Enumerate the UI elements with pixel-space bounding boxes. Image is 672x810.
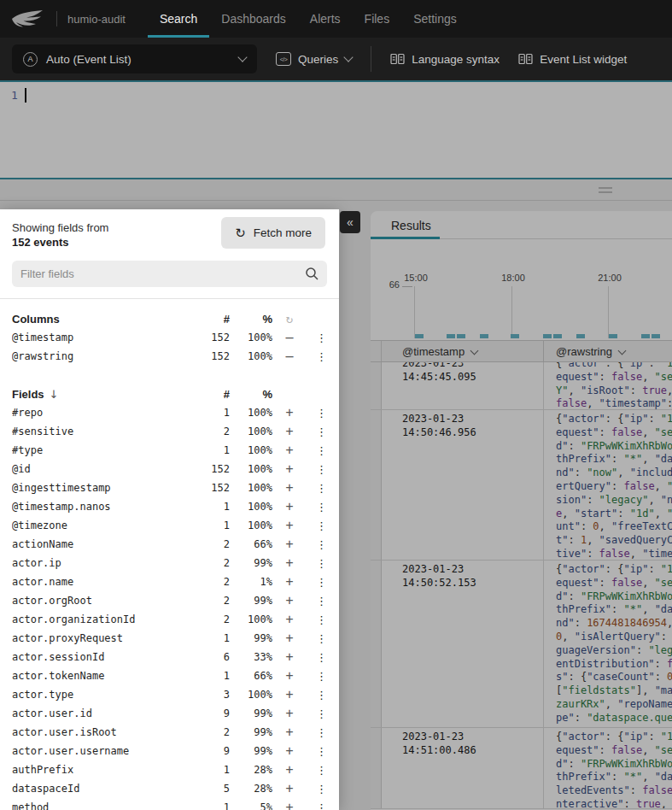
add-column-button[interactable]: + [272,424,307,439]
open-book-icon [518,53,533,65]
saved-queries-icon: </> [276,52,291,66]
field-menu-button[interactable]: ⋮ [307,519,327,532]
field-menu-button[interactable]: ⋮ [307,783,327,795]
add-column-button[interactable]: + [272,649,307,665]
field-menu-button[interactable]: ⋮ [307,670,327,683]
field-name: @timestamp [12,332,190,343]
field-name: actor.organizationId [12,613,190,625]
nav-tab-settings[interactable]: Settings [401,0,469,38]
field-name: #sensitive [12,426,190,437]
field-menu-button[interactable]: ⋮ [307,538,327,551]
field-row: actor.orgRoot299%+⋮ [0,591,339,610]
add-column-button[interactable]: + [272,537,307,552]
field-percent: 100% [230,689,272,701]
add-column-button[interactable]: + [272,499,307,514]
visualization-selector[interactable]: A Auto (Event List) [12,44,257,73]
field-name: @timestamp.nanos [12,501,190,513]
remove-column-button[interactable]: — [272,330,307,345]
field-count: 152 [190,332,230,343]
field-menu-button[interactable]: ⋮ [307,482,327,495]
column-row: @timestamp152100%—⋮ [0,328,339,347]
field-count: 2 [190,557,230,569]
nav-tabs: SearchDashboardsAlertsFilesSettings [148,0,469,38]
field-count: 1 [190,801,230,810]
fields-panel-header: Showing fields from 152 events ↻ Fetch m… [0,209,339,249]
add-column-button[interactable]: + [272,593,307,608]
add-column-button[interactable]: + [272,706,307,721]
field-menu-button[interactable]: ⋮ [307,764,327,777]
sort-descending-icon[interactable]: ↓ [50,388,59,401]
language-syntax-label: Language syntax [412,53,500,66]
field-menu-button[interactable]: ⋮ [307,595,327,608]
event-list-widget-button[interactable]: Event List widget [518,53,627,66]
nav-divider [56,11,57,26]
field-count: 1 [190,501,230,513]
add-column-button[interactable]: + [272,555,307,571]
add-column-button[interactable]: + [272,668,307,684]
add-column-button[interactable]: + [272,443,307,458]
percent-header: % [230,313,272,326]
add-column-button[interactable]: + [272,781,307,796]
field-percent: 100% [230,444,272,456]
filter-fields-input[interactable] [12,261,327,287]
field-row: actor.type3100%+⋮ [0,685,339,704]
nav-tab-alerts[interactable]: Alerts [298,0,353,38]
count-header: # [190,313,230,326]
queries-button[interactable]: </> Queries [276,52,352,66]
field-name: actor.type [12,689,190,701]
add-column-button[interactable]: + [272,631,307,646]
field-percent: 100% [230,350,272,362]
add-column-button[interactable]: + [272,687,307,702]
field-menu-button[interactable]: ⋮ [307,801,327,810]
add-column-button[interactable]: + [272,612,307,627]
nav-tab-files[interactable]: Files [353,0,402,38]
field-name: #type [12,444,190,456]
add-column-button[interactable]: + [272,762,307,778]
field-menu-button[interactable]: ⋮ [307,726,327,739]
language-syntax-button[interactable]: Language syntax [390,53,500,66]
field-menu-button[interactable]: ⋮ [307,463,327,476]
remove-column-button[interactable]: — [272,349,307,364]
add-column-button[interactable]: + [272,405,307,420]
field-menu-button[interactable]: ⋮ [307,651,327,664]
nav-tab-search[interactable]: Search [148,0,209,38]
add-column-button[interactable]: + [272,480,307,496]
field-row: actor.user.username999%+⋮ [0,742,339,760]
field-menu-button[interactable]: ⋮ [307,444,327,457]
field-row: actor.organizationId2100%+⋮ [0,610,339,629]
add-column-button[interactable]: + [272,574,307,590]
field-menu-button[interactable]: ⋮ [307,332,327,344]
field-menu-button[interactable]: ⋮ [307,350,327,363]
field-menu-button[interactable]: ⋮ [307,576,327,589]
field-menu-button[interactable]: ⋮ [307,632,327,645]
add-column-button[interactable]: + [272,518,307,533]
fetch-more-button[interactable]: ↻ Fetch more [221,217,325,249]
field-percent: 99% [230,707,272,719]
field-menu-button[interactable]: ⋮ [307,689,327,701]
field-menu-button[interactable]: ⋮ [307,707,327,720]
field-row: #type1100%+⋮ [0,441,339,460]
field-percent: 100% [230,482,272,494]
add-column-button[interactable]: + [272,743,307,759]
repository-name: humio-audit [67,13,126,26]
field-name: @ingesttimestamp [12,482,190,494]
field-menu-button[interactable]: ⋮ [307,501,327,514]
refresh-icon: ↻ [235,226,246,239]
fields-panel: Showing fields from 152 events ↻ Fetch m… [0,209,339,810]
field-name: method [12,801,190,810]
field-count: 9 [190,707,230,719]
add-column-button[interactable]: + [272,725,307,740]
nav-tab-dashboards[interactable]: Dashboards [209,0,298,38]
field-menu-button[interactable]: ⋮ [307,557,327,570]
add-column-button[interactable]: + [272,461,307,477]
field-menu-button[interactable]: ⋮ [307,407,327,420]
field-row: authPrefix128%+⋮ [0,760,339,779]
field-menu-button[interactable]: ⋮ [307,613,327,626]
add-column-button[interactable]: + [272,800,307,810]
field-count: 1 [190,519,230,531]
field-menu-button[interactable]: ⋮ [307,426,327,438]
field-count: 152 [190,463,230,475]
sync-icon[interactable]: ↻ [272,312,307,326]
field-menu-button[interactable]: ⋮ [307,745,327,758]
collapse-fields-panel-button[interactable]: « [340,211,360,233]
